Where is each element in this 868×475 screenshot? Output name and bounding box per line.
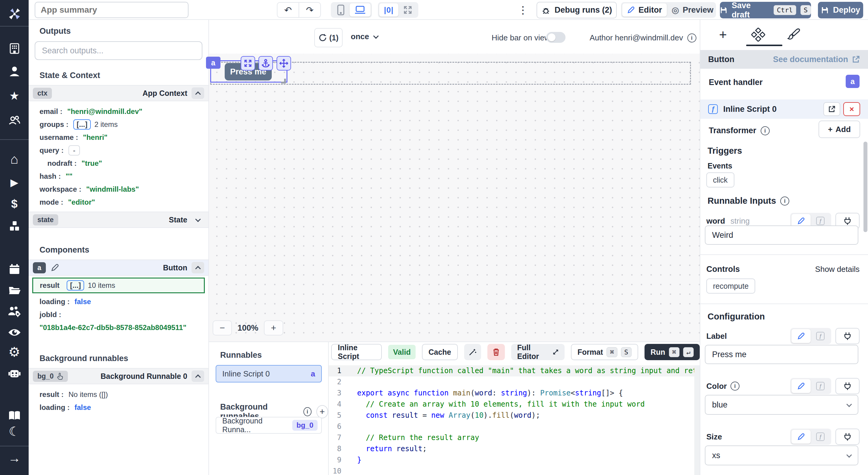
zoom-in-button[interactable]: +: [264, 320, 283, 335]
component-settings-tab[interactable]: [751, 27, 766, 42]
info-icon[interactable]: [687, 33, 696, 42]
inline-script-tab[interactable]: Inline Script: [331, 344, 382, 360]
output-row[interactable]: query-: [39, 144, 208, 157]
ctx-header-row[interactable]: ctx App Context: [29, 85, 208, 101]
docs-book-icon[interactable]: [0, 410, 29, 421]
resize-handle[interactable]: [281, 79, 286, 83]
refresh-button[interactable]: (1): [314, 28, 343, 47]
windmill-logo-icon[interactable]: [0, 7, 29, 21]
static-mode-button[interactable]: [792, 329, 811, 343]
inline-script-row[interactable]: ƒ Inline Script 0 ×: [700, 99, 868, 119]
remove-script-button[interactable]: ×: [843, 102, 860, 116]
search-outputs-input[interactable]: [35, 41, 203, 60]
windmill-app-editor: ★ ⌂ ▶ $ ⚙ ☾ →: [0, 0, 868, 475]
pencil-icon[interactable]: [51, 263, 59, 272]
bg-runnable-row[interactable]: bg_0 Background Runnable 0: [29, 368, 208, 384]
info-icon[interactable]: [731, 381, 740, 391]
word-value-input[interactable]: [705, 226, 858, 245]
undo-button[interactable]: ↶: [277, 3, 299, 17]
groups-icon[interactable]: [0, 114, 29, 127]
schedules-calendar-icon[interactable]: [0, 263, 29, 276]
info-icon[interactable]: [303, 407, 312, 416]
open-script-button[interactable]: [824, 102, 840, 116]
size-select[interactable]: xs: [705, 445, 858, 465]
external-link-icon: [828, 105, 836, 113]
layout-toggle-group: |0|: [378, 2, 418, 18]
ctx-badge: ctx: [33, 88, 52, 99]
expand-handle-button[interactable]: [241, 56, 255, 71]
color-select[interactable]: blue: [705, 395, 858, 415]
inspector-scrollbar[interactable]: [864, 142, 867, 232]
code-area[interactable]: 1// TypeScript function called "main" th…: [329, 365, 694, 475]
editor-scrollbar[interactable]: [694, 365, 700, 475]
eval-mode-button[interactable]: ƒ: [811, 430, 830, 444]
see-documentation-link[interactable]: See documentation: [773, 55, 860, 64]
add-bg-runnable-button[interactable]: +: [316, 405, 328, 418]
delete-script-button[interactable]: [487, 344, 505, 360]
ai-robot-icon[interactable]: [0, 367, 29, 380]
workspace-icon[interactable]: [0, 42, 29, 55]
component-id-tag[interactable]: a: [206, 57, 220, 69]
runnable-item-selected[interactable]: Inline Script 0 a: [216, 365, 322, 382]
user-icon[interactable]: [0, 65, 29, 78]
static-mode-button[interactable]: [792, 430, 811, 444]
home-icon[interactable]: ⌂: [0, 153, 29, 165]
show-details-link[interactable]: Show details: [815, 265, 860, 274]
variables-dollar-icon[interactable]: $: [0, 198, 29, 210]
app-summary-input[interactable]: [35, 2, 188, 18]
state-header-row[interactable]: state State: [29, 212, 208, 228]
workers-users-gear-icon[interactable]: [0, 305, 29, 318]
runs-play-icon[interactable]: ▶: [0, 176, 29, 189]
settings-gear-icon[interactable]: ⚙: [0, 346, 29, 358]
connect-plug-button[interactable]: [835, 328, 860, 344]
collapse-button[interactable]: [191, 262, 204, 273]
add-transformer-button[interactable]: + Add: [818, 121, 860, 138]
resources-cubes-icon[interactable]: [0, 220, 29, 233]
save-draft-button[interactable]: Save draft Ctrl S: [720, 2, 811, 19]
anchor-handle-button[interactable]: [258, 56, 273, 71]
insert-component-tab[interactable]: +: [715, 27, 731, 42]
output-row[interactable]: groups[...]2 items: [39, 118, 208, 131]
folders-icon[interactable]: [0, 284, 29, 297]
refresh-mode-dropdown[interactable]: once: [351, 32, 378, 41]
center-layout-button[interactable]: |0|: [379, 3, 398, 16]
hide-bar-toggle[interactable]: [546, 32, 565, 43]
editor-tab[interactable]: Editor: [622, 3, 667, 16]
deploy-button[interactable]: Deploy: [818, 2, 863, 19]
static-mode-button[interactable]: [792, 379, 811, 393]
full-editor-button[interactable]: Full Editor: [511, 344, 565, 360]
debug-runs-button[interactable]: Debug runs (2): [536, 2, 617, 19]
audit-eye-icon[interactable]: [0, 326, 29, 339]
favorites-star-icon[interactable]: ★: [0, 90, 29, 102]
ai-wand-button[interactable]: [464, 344, 481, 360]
run-button[interactable]: Run ⌘ ↵: [645, 344, 700, 360]
recompute-pill[interactable]: recompute: [706, 278, 755, 294]
zoom-out-button[interactable]: −: [213, 320, 232, 335]
eval-mode-button[interactable]: ƒ: [811, 329, 830, 343]
result-highlighted-row[interactable]: result [...] 10 items: [32, 278, 205, 293]
info-icon[interactable]: [761, 126, 770, 135]
connect-plug-button[interactable]: [835, 429, 860, 445]
info-icon[interactable]: [780, 197, 789, 206]
move-handle-button[interactable]: [277, 56, 291, 71]
styling-tab[interactable]: [786, 27, 801, 42]
format-button[interactable]: Format ⌘ S: [571, 344, 638, 360]
connect-plug-button[interactable]: [835, 378, 860, 394]
label-value-input[interactable]: [705, 345, 858, 364]
bg-runnable-item[interactable]: Background Runna... bg_0: [216, 417, 322, 434]
collapse-arrow-icon[interactable]: →: [0, 452, 29, 464]
fullscreen-layout-button[interactable]: [398, 3, 417, 16]
more-options-kebab-icon[interactable]: ⋮: [518, 3, 528, 17]
redo-button[interactable]: ↷: [299, 3, 320, 17]
collapse-button[interactable]: [191, 88, 204, 99]
collapse-button[interactable]: [191, 370, 204, 382]
button-component-row[interactable]: a Button: [29, 260, 208, 276]
mobile-view-button[interactable]: [332, 3, 349, 16]
canvas-grid[interactable]: a Press me − 100% +: [209, 54, 700, 341]
preview-tab[interactable]: ◎ Preview: [667, 3, 718, 16]
dark-mode-moon-icon[interactable]: ☾: [0, 426, 29, 438]
desktop-view-button[interactable]: [349, 3, 371, 16]
expand-button[interactable]: [191, 214, 204, 226]
eval-mode-button[interactable]: ƒ: [811, 379, 830, 393]
cache-button[interactable]: Cache: [422, 344, 458, 360]
